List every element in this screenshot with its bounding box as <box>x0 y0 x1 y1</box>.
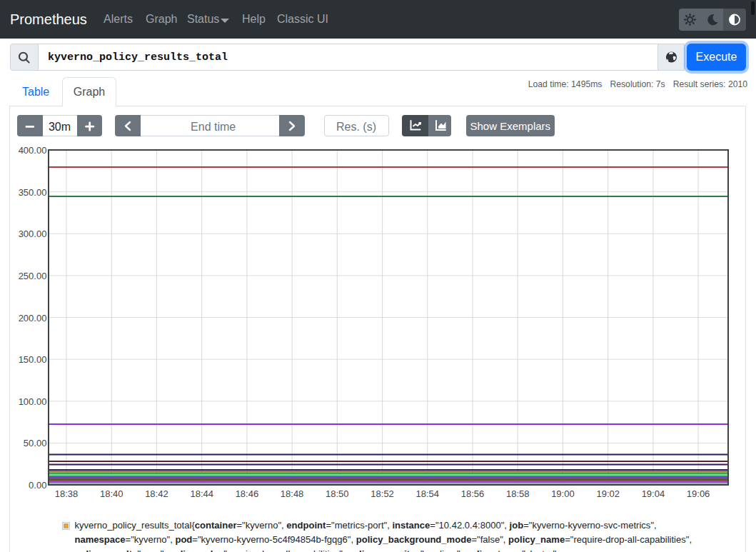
svg-text:18:46: 18:46 <box>236 488 259 499</box>
svg-text:19:02: 19:02 <box>596 488 620 499</box>
svg-text:19:06: 19:06 <box>687 488 710 499</box>
svg-text:50.00: 50.00 <box>24 438 47 448</box>
svg-text:19:00: 19:00 <box>551 488 575 499</box>
svg-text:250.00: 250.00 <box>19 271 47 281</box>
svg-text:200.00: 200.00 <box>19 313 47 323</box>
svg-text:400.00: 400.00 <box>19 145 47 156</box>
svg-text:18:50: 18:50 <box>326 488 349 499</box>
svg-text:0.00: 0.00 <box>29 480 46 491</box>
svg-text:18:52: 18:52 <box>371 488 394 499</box>
svg-text:18:38: 18:38 <box>55 488 79 499</box>
svg-text:18:48: 18:48 <box>281 488 304 499</box>
svg-text:19:04: 19:04 <box>642 488 665 499</box>
svg-text:18:42: 18:42 <box>145 488 168 499</box>
svg-text:150.00: 150.00 <box>19 354 47 365</box>
svg-text:100.00: 100.00 <box>19 396 47 407</box>
svg-text:350.00: 350.00 <box>19 187 47 198</box>
svg-text:18:40: 18:40 <box>100 488 124 499</box>
svg-text:18:44: 18:44 <box>190 488 213 499</box>
svg-text:18:54: 18:54 <box>416 488 440 499</box>
svg-text:300.00: 300.00 <box>19 229 47 239</box>
svg-text:18:56: 18:56 <box>461 488 485 499</box>
svg-text:18:58: 18:58 <box>506 488 530 499</box>
